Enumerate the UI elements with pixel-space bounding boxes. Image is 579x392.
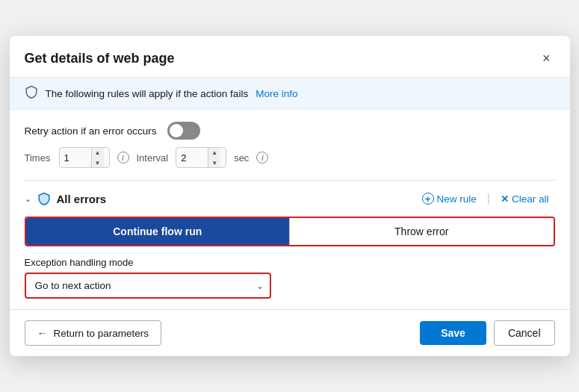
- cancel-button[interactable]: Cancel: [494, 320, 555, 346]
- times-input[interactable]: [60, 152, 91, 164]
- interval-spinners: ▲ ▼: [208, 147, 220, 168]
- info-banner-text: The following rules will apply if the ac…: [46, 88, 249, 99]
- section-header-left: ⌄ All errors: [25, 192, 107, 205]
- plus-icon: +: [422, 193, 434, 205]
- close-button[interactable]: ×: [538, 49, 555, 68]
- chevron-down-icon[interactable]: ⌄: [25, 194, 31, 204]
- interval-input-wrap: ▲ ▼: [176, 147, 226, 168]
- shield-blue-icon: [37, 192, 51, 205]
- exception-section: Exception handling mode Go to next actio…: [25, 257, 555, 299]
- section-title: All errors: [57, 193, 107, 205]
- retry-toggle[interactable]: [167, 122, 200, 140]
- times-input-wrap: ▲ ▼: [59, 147, 110, 168]
- times-row: Times ▲ ▼ i Interval ▲ ▼ sec i: [25, 147, 555, 168]
- dialog-body: Retry action if an error occurs Times ▲ …: [10, 110, 570, 299]
- save-button[interactable]: Save: [420, 321, 486, 345]
- interval-down-button[interactable]: ▼: [208, 158, 220, 168]
- exception-select[interactable]: Go to next action Repeat action Go to be…: [25, 273, 271, 299]
- clear-all-label: Clear all: [512, 193, 549, 205]
- more-info-link[interactable]: More info: [256, 88, 297, 99]
- new-rule-label: New rule: [437, 193, 477, 205]
- throw-error-tab[interactable]: Throw error: [289, 218, 554, 245]
- times-down-button[interactable]: ▼: [92, 158, 104, 168]
- interval-input[interactable]: [176, 152, 208, 164]
- interval-info-icon: i: [256, 152, 268, 164]
- exception-select-wrap: Go to next action Repeat action Go to be…: [25, 273, 271, 299]
- dialog-footer: ← Return to parameters Save Cancel: [10, 309, 570, 356]
- new-rule-button[interactable]: + New rule: [416, 190, 483, 208]
- dialog: Get details of web page × The following …: [10, 36, 570, 356]
- tab-row: Continue flow run Throw error: [25, 217, 555, 246]
- shield-icon: [25, 85, 38, 102]
- retry-label: Retry action if an error occurs: [25, 125, 157, 137]
- return-label: Return to parameters: [54, 328, 149, 339]
- footer-right: Save Cancel: [420, 320, 554, 346]
- section-header-right: + New rule | ✕ Clear all: [416, 190, 555, 208]
- times-info-icon: i: [117, 152, 129, 164]
- dialog-title: Get details of web page: [25, 51, 175, 66]
- return-to-parameters-button[interactable]: ← Return to parameters: [25, 320, 162, 346]
- separator: |: [487, 192, 490, 205]
- times-up-button[interactable]: ▲: [92, 147, 104, 158]
- retry-row: Retry action if an error occurs: [25, 122, 555, 140]
- section-header: ⌄ All errors + New rule | ✕ Clear all: [25, 190, 555, 208]
- clear-all-button[interactable]: ✕ Clear all: [495, 190, 555, 208]
- times-label: Times: [25, 152, 52, 164]
- arrow-left-icon: ←: [37, 327, 48, 339]
- interval-up-button[interactable]: ▲: [208, 147, 220, 158]
- info-banner: The following rules will apply if the ac…: [10, 78, 570, 110]
- interval-label: Interval: [137, 152, 169, 164]
- section-divider: [25, 180, 555, 181]
- toggle-slider: [167, 122, 200, 140]
- continue-flow-run-tab[interactable]: Continue flow run: [26, 218, 290, 245]
- times-spinners: ▲ ▼: [91, 147, 104, 168]
- sec-label: sec: [234, 152, 249, 164]
- dialog-header: Get details of web page ×: [10, 36, 570, 78]
- exception-label: Exception handling mode: [25, 257, 555, 268]
- x-icon: ✕: [501, 193, 509, 205]
